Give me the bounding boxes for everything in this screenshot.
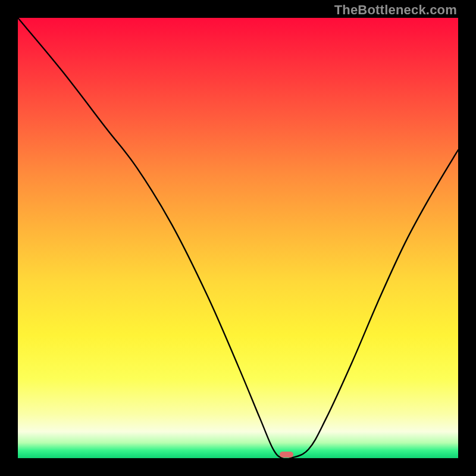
bottleneck-curve xyxy=(18,18,458,458)
watermark-text: TheBottleneck.com xyxy=(334,2,457,18)
chart-frame: TheBottleneck.com xyxy=(0,0,476,476)
curve-path xyxy=(18,18,458,458)
plot-area xyxy=(18,18,458,458)
optimal-point-marker xyxy=(280,452,294,458)
